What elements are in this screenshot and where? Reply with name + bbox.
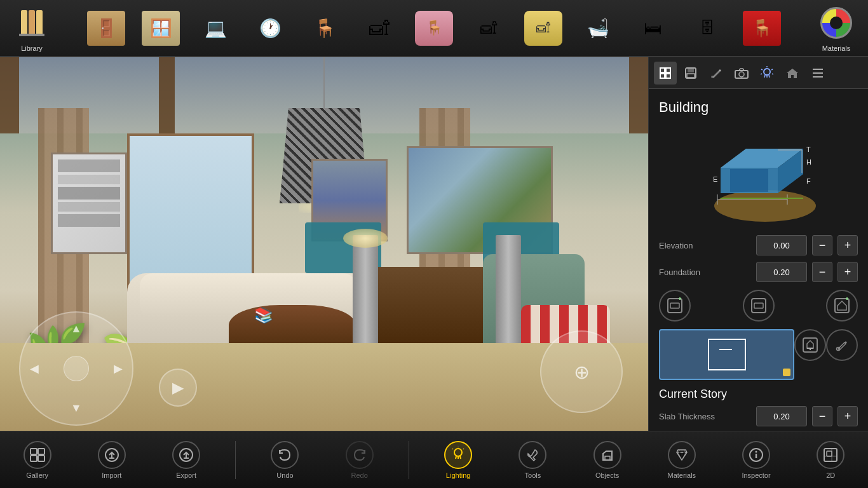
paint-room-button[interactable] [826, 329, 858, 361]
svg-line-58 [452, 449, 453, 449]
svg-rect-5 [666, 68, 670, 72]
building-title: Building [659, 99, 858, 116]
undo-icon [271, 441, 299, 469]
furniture-clock[interactable]: 🕐 [245, 6, 295, 50]
furniture-sofa-pink[interactable]: 🛋 [463, 6, 514, 50]
elevation-value[interactable]: 0.00 [756, 235, 807, 255]
furniture-chair-pink[interactable]: 🪑 [409, 6, 459, 50]
undo-button[interactable]: Undo [259, 441, 310, 479]
svg-point-18 [714, 190, 816, 222]
foundation-value[interactable]: 0.20 [756, 262, 807, 282]
tool-save[interactable] [679, 62, 702, 85]
furniture-chair2[interactable]: 🪑 [736, 6, 787, 50]
navigation-joystick[interactable]: ▲ ▼ ◀ ▶ [19, 311, 133, 426]
svg-rect-46 [31, 449, 37, 454]
furniture-laptop[interactable]: 💻 [190, 6, 241, 50]
svg-rect-48 [31, 456, 37, 461]
furniture-dresser[interactable]: 🗄 [682, 6, 733, 50]
furniture-bathtub[interactable]: 🛁 [573, 6, 623, 50]
2d-button[interactable]: 2D [805, 441, 856, 479]
building-diagram: T H E F [695, 123, 822, 225]
stamp-button[interactable] [794, 329, 826, 361]
rotation-control[interactable]: ⊕ [540, 330, 623, 413]
building-section: Building T H E F [649, 89, 868, 442]
svg-point-56 [454, 449, 462, 456]
svg-line-59 [463, 449, 464, 449]
elevation-minus[interactable]: − [812, 235, 832, 255]
foundation-label: Foundation [659, 268, 751, 277]
object-action-buttons-2 [659, 329, 858, 380]
forward-button[interactable]: ▶ [159, 369, 197, 407]
slab-thickness-label: Slab Thickness [659, 412, 751, 421]
svg-marker-22 [730, 169, 768, 192]
svg-text:T: T [806, 146, 811, 153]
svg-text:F: F [806, 177, 811, 185]
inspector-button[interactable]: Inspector [731, 441, 782, 479]
tool-list[interactable] [806, 62, 829, 85]
svg-rect-64 [824, 449, 837, 461]
svg-point-14 [764, 69, 770, 75]
svg-rect-9 [688, 68, 694, 72]
add-floor-button[interactable] [659, 290, 691, 322]
tools-button[interactable]: Tools [507, 441, 558, 479]
slab-thickness-row: Slab Thickness 0.20 − + [659, 406, 858, 426]
export-button[interactable]: Export [161, 441, 212, 479]
tool-light[interactable] [756, 62, 778, 85]
floor-select-button[interactable] [743, 290, 775, 322]
svg-rect-47 [38, 449, 44, 454]
bottom-bar: Gallery Import Export [0, 431, 868, 488]
slab-minus[interactable]: − [812, 406, 832, 426]
slab-thickness-value[interactable]: 0.20 [756, 406, 807, 426]
tool-home[interactable] [781, 62, 804, 85]
materials-bottom-button[interactable]: Materials [656, 441, 707, 479]
right-panel: Building T H E F [648, 57, 868, 445]
floor-plan-thumbnail[interactable] [659, 329, 794, 380]
library-button[interactable]: Library [6, 4, 57, 52]
object-action-buttons [659, 290, 858, 322]
svg-rect-38 [754, 303, 763, 308]
svg-rect-3 [19, 34, 44, 36]
inspector-icon [742, 441, 770, 469]
add-room-button[interactable] [826, 290, 858, 322]
3d-viewport[interactable]: 🌿 🌱 🌻 🏺 📚 ▲ ▼ ◀ ▶ ▶ ⊕ [0, 57, 648, 445]
gallery-button[interactable]: Gallery [12, 441, 63, 479]
books: 📚 [254, 306, 273, 324]
svg-text:H: H [806, 158, 811, 166]
svg-rect-34 [670, 303, 679, 308]
panel-toolbar [649, 57, 868, 89]
objects-icon [593, 441, 621, 469]
import-button[interactable]: Import [86, 441, 137, 479]
import-icon [98, 441, 126, 469]
materials-button[interactable]: Materials [811, 4, 862, 52]
gallery-icon [24, 441, 51, 469]
top-bar: Library 🚪 🪟 💻 🕐 🪑 🛋 🪑 🛋 🛋 [0, 0, 868, 57]
furniture-door[interactable]: 🚪 [81, 6, 132, 50]
tool-paint[interactable] [705, 62, 728, 85]
svg-rect-4 [660, 68, 665, 72]
furniture-bench-yellow[interactable]: 🛋 [518, 6, 569, 50]
furniture-window[interactable]: 🪟 [135, 6, 186, 50]
elevation-row: Elevation 0.00 − + [659, 235, 858, 255]
tool-select[interactable] [654, 62, 677, 85]
2d-icon [817, 441, 844, 469]
current-story-title: Current Story [659, 388, 858, 401]
svg-rect-6 [660, 74, 665, 78]
elevation-plus[interactable]: + [837, 235, 858, 255]
tool-camera[interactable] [730, 62, 753, 85]
objects-button[interactable]: Objects [582, 441, 633, 479]
furniture-chair-red[interactable]: 🪑 [299, 6, 350, 50]
redo-button[interactable]: Redo [334, 441, 385, 479]
furniture-shelf: 🚪 🪟 💻 🕐 🪑 🛋 🪑 🛋 🛋 🛁 🛏 [57, 6, 811, 50]
lighting-button[interactable]: Lighting [433, 441, 484, 479]
foundation-plus[interactable]: + [837, 262, 858, 282]
redo-icon [346, 441, 374, 469]
artwork-left [51, 152, 127, 254]
materials-bottom-icon [668, 441, 696, 469]
furniture-bed[interactable]: 🛏 [627, 6, 678, 50]
svg-point-63 [756, 451, 757, 452]
svg-rect-49 [38, 456, 44, 461]
furniture-armchair-yellow[interactable]: 🛋 [354, 6, 405, 50]
foundation-minus[interactable]: − [812, 262, 832, 282]
svg-text:E: E [713, 175, 717, 183]
slab-plus[interactable]: + [837, 406, 858, 426]
